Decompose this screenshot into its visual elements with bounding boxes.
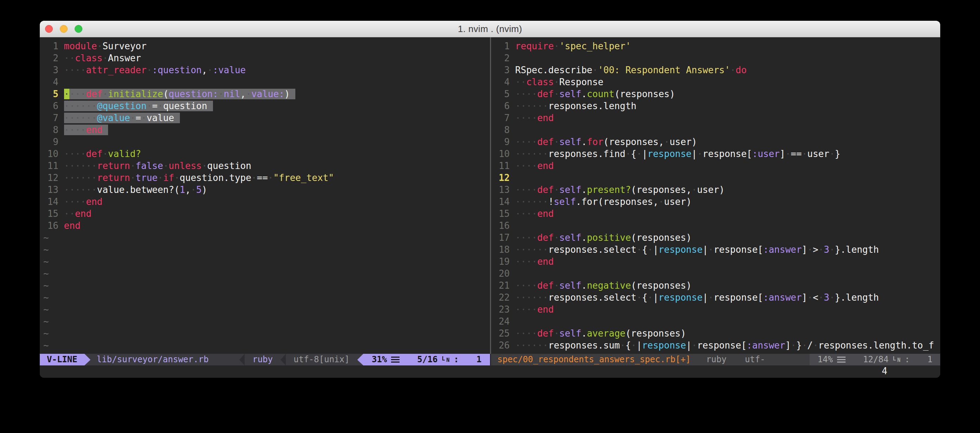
code-text: ····def·self.negative(responses): [515, 280, 692, 291]
line-number: 14: [42, 196, 59, 208]
code-text: ····attr_reader·:question,·:value: [64, 65, 246, 75]
line-number: 18: [493, 244, 510, 256]
colon-separator: :: [905, 354, 910, 365]
code-text: ····def·self.for(responses,·user): [515, 137, 697, 147]
line-number: 24: [493, 315, 510, 327]
code-text: ····end: [515, 256, 554, 267]
code-line: 1require·'spec_helper': [491, 40, 940, 52]
command-line: 4: [40, 365, 940, 378]
filetype-label: ruby: [245, 354, 280, 365]
code-line: 15····end: [491, 208, 940, 220]
code-line: 21····def·self.negative(responses): [491, 280, 940, 291]
line-number: 9: [493, 136, 510, 148]
empty-line-tilde: ~: [40, 267, 490, 280]
code-line: 16end: [40, 220, 490, 232]
code-line: 2: [491, 52, 940, 64]
code-text: ······responses.select·{·|response|·resp…: [515, 244, 879, 255]
editor-pane-right[interactable]: 1require·'spec_helper'23RSpec.describe·'…: [491, 37, 940, 354]
line-number: 17: [493, 232, 510, 244]
cursor-block: ·: [64, 89, 70, 99]
code-text: module·Surveyor: [64, 41, 147, 51]
line-number: 15: [493, 208, 510, 220]
code-line: 15··end: [40, 208, 490, 220]
code-text: ····def·self.count(responses): [515, 89, 675, 99]
line-number: 21: [493, 280, 510, 291]
scroll-percent: 31%: [372, 354, 387, 365]
code-text: ··class·Answer: [64, 53, 141, 64]
terminal-window: 1. nvim . (nvim) 1module·Surveyor2··clas…: [40, 21, 940, 378]
mode-indicator: V-LINE: [40, 354, 84, 365]
encoding-label: utf-8[unix]: [736, 354, 810, 365]
code-text: ····def·initialize(question:·nil,·value:…: [64, 89, 296, 99]
line-number: 5: [42, 88, 59, 100]
line-number: 3: [42, 64, 59, 76]
code-text: ····end: [515, 209, 554, 219]
empty-line-tilde: ~: [40, 291, 490, 304]
statusline-right: spec/00_respondents_answers_spec.rb[+] r…: [491, 354, 940, 365]
code-line: 6······responses.length: [491, 100, 940, 112]
editor-pane-left[interactable]: 1module·Surveyor2··class·Answer3····attr…: [40, 37, 490, 354]
line-number: 13: [493, 184, 510, 196]
code-line: 25····def·self.average(responses): [491, 327, 940, 339]
code-text: ····end: [515, 161, 554, 171]
code-text: ······!self.for(responses,·user): [515, 196, 692, 207]
statusline-left: V-LINE lib/surveyor/answer.rb ruby utf-8…: [40, 354, 490, 365]
code-text: ······@value·=·value: [64, 113, 180, 123]
line-position: 12/84: [863, 354, 888, 365]
line-number: 14: [493, 196, 510, 208]
code-line: 5····def·self.count(responses): [491, 88, 940, 100]
close-button[interactable]: [45, 25, 53, 33]
line-number: 2: [42, 52, 59, 64]
code-line: 11····end: [491, 160, 940, 172]
code-text: require·'spec_helper': [515, 41, 631, 51]
empty-line-tilde: ~: [40, 244, 490, 256]
code-line: 10····def·valid?: [40, 148, 490, 160]
line-number: 8: [42, 124, 59, 136]
code-line: 7····end: [491, 112, 940, 124]
code-line: 14······!self.for(responses,·user): [491, 196, 940, 208]
code-line: 5····def·initialize(question:·nil,·value…: [40, 88, 490, 100]
showcmd-count: 4: [882, 365, 888, 378]
minimize-button[interactable]: [60, 25, 68, 33]
line-number: 12: [493, 172, 510, 184]
line-position: 5/16: [417, 354, 438, 365]
code-line: 1module·Surveyor: [40, 40, 490, 52]
code-line: 19····end: [491, 256, 940, 267]
line-number: 6: [493, 100, 510, 112]
code-line: 16: [491, 220, 940, 232]
line-number: 25: [493, 327, 510, 339]
code-text: ····end: [64, 125, 108, 135]
zoom-button[interactable]: [75, 25, 83, 33]
code-text: ····def·valid?: [64, 148, 141, 159]
code-line: 24: [491, 315, 940, 327]
code-text: RSpec.describe·'00: Respondent Answers'·…: [515, 65, 747, 75]
line-number: 7: [42, 112, 59, 124]
window-title: 1. nvim . (nvim): [458, 24, 522, 35]
code-line: 13······value.between?(1,·5): [40, 184, 490, 196]
code-text: ····def·self.present?(responses,·user): [515, 185, 725, 195]
line-number: 15: [42, 208, 59, 220]
code-line: 12: [491, 172, 940, 184]
code-text: ······value.between?(1,·5): [64, 185, 207, 195]
line-number: 4: [493, 76, 510, 88]
code-text: ······responses.find·{·|response|·respon…: [515, 148, 841, 159]
line-number: 10: [493, 148, 510, 160]
column-number: 1: [928, 354, 932, 365]
empty-line-tilde: ~: [40, 315, 490, 327]
powerline-arrow-icon: [239, 354, 245, 365]
title-bar[interactable]: 1. nvim . (nvim): [40, 21, 940, 37]
line-number: 19: [493, 256, 510, 267]
code-line: 23····end: [491, 304, 940, 315]
line-number: 13: [42, 184, 59, 196]
code-line: 8: [491, 124, 940, 136]
code-text: ····end: [64, 196, 103, 207]
line-number: 7: [493, 112, 510, 124]
code-text: ······return·false·unless·question: [64, 161, 251, 171]
line-number: 10: [42, 148, 59, 160]
line-number: 23: [493, 304, 510, 315]
line-number: 20: [493, 267, 510, 280]
line-number: 16: [42, 220, 59, 232]
empty-line-tilde: ~: [40, 339, 490, 351]
line-number: 4: [42, 76, 59, 88]
code-line: 22······responses.select·{·|response|·re…: [491, 291, 940, 304]
